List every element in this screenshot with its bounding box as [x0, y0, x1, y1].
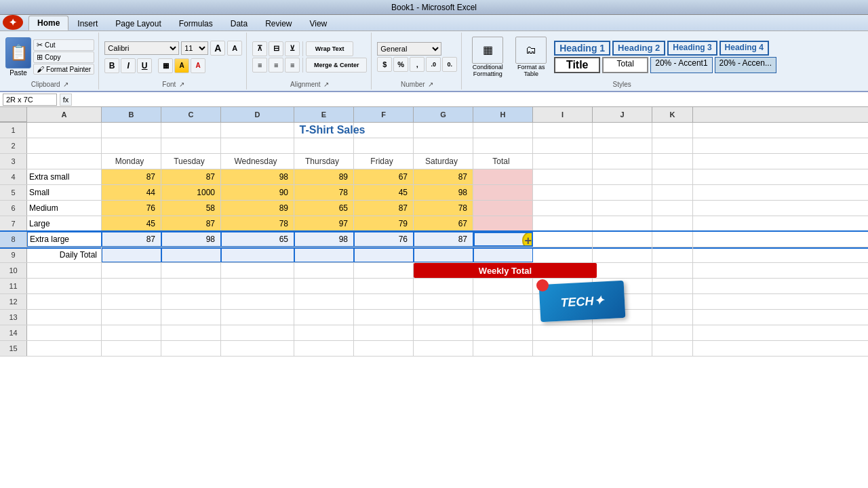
- cell-d2[interactable]: [221, 138, 294, 153]
- cell-g5[interactable]: 98: [414, 185, 473, 200]
- comma-button[interactable]: ,: [410, 57, 425, 72]
- align-right-button[interactable]: ≡: [285, 58, 300, 73]
- cell-e9[interactable]: [294, 247, 354, 262]
- row-header-7[interactable]: 7: [0, 216, 27, 231]
- cell-h5[interactable]: [473, 185, 533, 200]
- cell-f5[interactable]: 45: [354, 185, 414, 200]
- cell-c4[interactable]: 87: [161, 169, 221, 184]
- heading3-style-button[interactable]: Heading 3: [667, 41, 717, 56]
- cell-c7[interactable]: 87: [161, 216, 221, 231]
- cell-f6[interactable]: 87: [354, 201, 414, 216]
- cell-g7[interactable]: 67: [414, 216, 473, 231]
- wrap-text-button[interactable]: Wrap Text: [306, 41, 353, 56]
- cell-f2[interactable]: [354, 138, 414, 153]
- cell-h12[interactable]: [473, 294, 533, 309]
- cell-k14[interactable]: [652, 325, 693, 340]
- row-header-10[interactable]: 10: [0, 263, 27, 278]
- cell-i8[interactable]: [533, 232, 593, 247]
- cell-k11[interactable]: [652, 279, 693, 293]
- cell-f10[interactable]: [354, 263, 414, 278]
- cell-b6[interactable]: 76: [102, 201, 161, 216]
- font-size-select[interactable]: 11: [181, 41, 208, 55]
- fill-color-button[interactable]: A: [174, 58, 189, 73]
- cell-i15[interactable]: [533, 341, 593, 356]
- cell-i14[interactable]: [533, 325, 593, 340]
- cell-g8[interactable]: 87: [414, 232, 473, 247]
- cell-e2[interactable]: [294, 138, 354, 153]
- cell-k10[interactable]: [652, 263, 693, 278]
- cell-f3[interactable]: Friday: [354, 154, 414, 169]
- cell-g12[interactable]: [414, 294, 473, 309]
- cell-j1[interactable]: [593, 123, 652, 138]
- cell-i2[interactable]: [533, 138, 593, 153]
- heading4-style-button[interactable]: Heading 4: [719, 41, 769, 56]
- font-name-select[interactable]: Calibri: [104, 41, 179, 55]
- font-color-button[interactable]: A: [191, 58, 205, 73]
- cell-a7[interactable]: Large: [27, 216, 102, 231]
- number-expand[interactable]: ↗: [428, 81, 433, 88]
- align-center-button[interactable]: ≡: [269, 58, 283, 73]
- accent2-style-button[interactable]: 20% - Accen...: [715, 57, 776, 73]
- heading2-style-button[interactable]: Heading 2: [612, 41, 665, 56]
- cell-b3[interactable]: Monday: [102, 154, 161, 169]
- cell-k5[interactable]: [652, 185, 693, 200]
- copy-button[interactable]: ⊞ Copy: [33, 52, 94, 63]
- cell-h7[interactable]: [473, 216, 533, 231]
- col-header-a[interactable]: A: [27, 107, 102, 122]
- tab-data[interactable]: Data: [222, 16, 256, 30]
- row-header-13[interactable]: 13: [0, 310, 27, 325]
- fx-button[interactable]: fx: [60, 94, 72, 106]
- cell-f13[interactable]: [354, 310, 414, 325]
- col-header-i[interactable]: I: [533, 107, 593, 122]
- cell-h11[interactable]: [473, 279, 533, 293]
- cell-d6[interactable]: 89: [221, 201, 294, 216]
- cell-h2[interactable]: [473, 138, 533, 153]
- bold-button[interactable]: B: [104, 58, 119, 73]
- italic-button[interactable]: I: [121, 58, 136, 73]
- row-header-12[interactable]: 12: [0, 294, 27, 309]
- cell-d15[interactable]: [221, 341, 294, 356]
- cut-button[interactable]: ✂ Cut: [33, 39, 94, 51]
- cell-a6[interactable]: Medium: [27, 201, 102, 216]
- cell-e3[interactable]: Thursday: [294, 154, 354, 169]
- cell-f15[interactable]: [354, 341, 414, 356]
- cell-f14[interactable]: [354, 325, 414, 340]
- cell-b15[interactable]: [102, 341, 161, 356]
- cell-a14[interactable]: [27, 325, 102, 340]
- cell-a9[interactable]: Daily Total: [27, 247, 102, 262]
- cell-f7[interactable]: 79: [354, 216, 414, 231]
- cell-c2[interactable]: [161, 138, 221, 153]
- cell-e7[interactable]: 97: [294, 216, 354, 231]
- cell-g2[interactable]: [414, 138, 473, 153]
- cell-d9[interactable]: [221, 247, 294, 262]
- cell-e4[interactable]: 89: [294, 169, 354, 184]
- cell-k7[interactable]: [652, 216, 693, 231]
- cell-e5[interactable]: 78: [294, 185, 354, 200]
- cell-k6[interactable]: [652, 201, 693, 216]
- cell-g9[interactable]: [414, 247, 473, 262]
- row-header-6[interactable]: 6: [0, 201, 27, 216]
- cell-h14[interactable]: [473, 325, 533, 340]
- conditional-formatting-button[interactable]: ▦ Conditional Formatting: [467, 37, 508, 77]
- cell-h6[interactable]: [473, 201, 533, 216]
- col-header-k[interactable]: K: [652, 107, 693, 122]
- cell-e14[interactable]: [294, 325, 354, 340]
- row-header-11[interactable]: 11: [0, 279, 27, 293]
- cell-j5[interactable]: [593, 185, 652, 200]
- cell-b12[interactable]: [102, 294, 161, 309]
- align-bottom-button[interactable]: ⊻: [285, 41, 300, 56]
- underline-button[interactable]: U: [137, 58, 152, 73]
- tab-review[interactable]: Review: [256, 16, 300, 30]
- row-header-4[interactable]: 4: [0, 169, 27, 184]
- decrease-font-size-button[interactable]: A: [227, 41, 242, 56]
- accent1-style-button[interactable]: 20% - Accent1: [650, 57, 712, 73]
- cell-d4[interactable]: 98: [221, 169, 294, 184]
- cell-c12[interactable]: [161, 294, 221, 309]
- row-header-5[interactable]: 5: [0, 185, 27, 200]
- cell-h3[interactable]: Total: [473, 154, 533, 169]
- cell-b10[interactable]: [102, 263, 161, 278]
- cell-k9[interactable]: [652, 247, 693, 262]
- cell-j10[interactable]: [593, 263, 652, 278]
- cell-e6[interactable]: 65: [294, 201, 354, 216]
- cell-b2[interactable]: [102, 138, 161, 153]
